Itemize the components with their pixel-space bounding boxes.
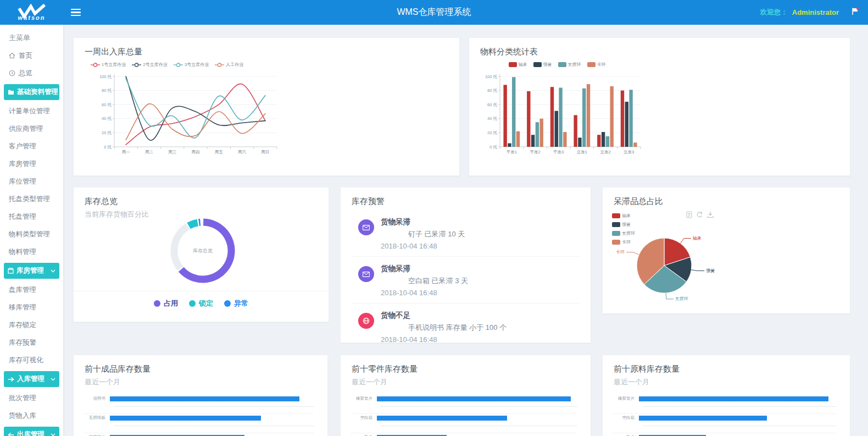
card-title: 前十原料库存数量 [603,355,850,374]
svg-text:80 托: 80 托 [102,88,112,93]
legend-item[interactable]: 异常 [224,299,248,308]
sidebar-item-18[interactable]: 库存可视化 [0,351,63,369]
alert-item: 货物呆滞空白箱 已呆滞 3 天2018-10-04 16:48 [352,257,580,303]
hbar-chart: 橡胶垫片空白箱彩卡说明书 [341,387,591,436]
sidebar-item-6[interactable]: 客户管理 [0,137,63,155]
card-subtitle: 最近一个月 [341,374,591,387]
legend-dot-icon [189,300,196,307]
chevron-down-icon [51,378,55,381]
sidebar-item-label: 盘库管理 [9,285,36,295]
legend-item[interactable]: 支撑环 [558,62,581,68]
hbar-track [377,416,577,421]
sidebar-item-16[interactable]: 库存锁定 [0,316,63,334]
menu-toggle-icon[interactable] [71,9,81,16]
hbar-row: 说明书 [84,395,314,402]
legend-item[interactable]: 1号立库作业 [91,62,126,68]
bar-chart: 0 托20 托40 托60 托80 托100 托平库1平库2平库3立库1立库2立… [476,70,652,167]
legend-label: 卡环 [597,62,606,68]
sidebar-item-7[interactable]: 库房管理 [0,155,63,173]
sidebar-item-label: 客户管理 [9,142,36,151]
hbar-track [377,396,577,401]
svg-text:100 托: 100 托 [99,74,112,79]
legend-item[interactable]: 人工作业 [215,62,243,68]
alert-title: 货物不足 [381,311,507,321]
sidebar-item-5[interactable]: 供应商管理 [0,120,63,137]
svg-text:周五: 周五 [215,150,224,154]
sidebar-group-22[interactable]: 出库管理 [4,427,59,436]
sidebar-item-label: 物料管理 [9,247,36,257]
card-stagnant-proportion: 呆滞品总占比 轴承弹簧支撑环卡环 轴承弹簧支撑环卡环 [602,187,850,314]
legend-item[interactable]: 2号立库作业 [132,62,167,68]
sidebar-item-15[interactable]: 移库管理 [0,299,63,316]
sidebar-group-13[interactable]: 库房管理 [4,263,59,279]
sidebar-group-label: 出库管理 [17,430,44,436]
sidebar-item-label: 托盘管理 [9,212,36,222]
legend-item[interactable]: 卡环 [587,62,606,68]
alert-list: 货物呆滞钉子 已呆滞 10 天2018-10-04 16:48货物呆滞空白箱 已… [341,207,591,343]
app-logo[interactable]: watson [0,0,63,25]
hbar-row: 瓦楞纸板 [84,414,314,422]
svg-text:60 托: 60 托 [487,102,497,107]
card-title: 库存总览 [74,187,329,207]
card-top10-raw: 前十原料库存数量 最近一个月 橡胶垫片空白箱彩卡说明书 [602,355,850,436]
alert-item: 货物不足手机说明书 库存量 小于 100 个2018-10-04 16:48 [352,303,580,343]
sidebar-item-label: 托盘类型管理 [9,195,50,204]
sidebar-group-19[interactable]: 入库管理 [4,371,59,387]
sidebar-item-1[interactable]: 首页 [0,47,63,64]
flag-icon[interactable] [851,7,859,18]
hbar-row: 彩卡 [613,433,836,436]
arrow-left-icon [8,432,14,436]
box-icon [8,268,14,274]
legend-item[interactable]: 锁定 [189,299,213,308]
sidebar-group-label: 入库管理 [17,374,44,384]
legend-label: 轴承 [519,62,527,68]
sidebar-item-10[interactable]: 托盘管理 [0,208,63,225]
hbar-row: 空白箱 [613,414,836,422]
sidebar-item-14[interactable]: 盘库管理 [0,281,63,299]
donut-chart: 库存总览 [74,214,329,293]
username[interactable]: Administrator [792,8,839,16]
line-marker-icon [174,63,183,67]
hbar-dotted-gridline [643,406,836,407]
hbar-label: 瓦楞纸板 [84,415,110,421]
svg-text:40 托: 40 托 [487,116,497,121]
svg-text:0 托: 0 托 [489,145,497,150]
card-title: 前十零件库存数量 [341,355,591,374]
svg-text:周二: 周二 [145,150,154,154]
card-inventory-overview: 库存总览 当前库存货物百分比 库存总览 占用锁定异常 [73,187,329,322]
chevron-down-icon [51,433,55,436]
hbar-label: 橡胶垫片 [613,396,639,401]
sidebar-item-11[interactable]: 物料类型管理 [0,225,63,243]
legend-label: 2号立库作业 [143,62,167,68]
sidebar-item-8[interactable]: 库位管理 [0,173,63,190]
sidebar-item-12[interactable]: 物料管理 [0,243,63,261]
legend-item[interactable]: 轴承 [509,62,527,68]
sidebar-item-17[interactable]: 库存预警 [0,334,63,351]
sidebar-item-4[interactable]: 计量单位管理 [0,102,63,120]
hbar-row: 空白箱 [350,414,577,422]
legend-item[interactable]: 占用 [154,299,178,308]
sidebar-group-label: 库房管理 [16,266,44,275]
svg-text:100 托: 100 托 [485,74,498,79]
sidebar-item-9[interactable]: 托盘类型管理 [0,190,63,208]
card-title: 前十成品库存数量 [74,355,327,374]
pie-chart: 轴承弹簧支撑环卡环 [603,215,850,314]
legend-dot-icon [224,300,231,307]
hbar-label: 说明书 [84,396,110,401]
alert-title: 货物呆滞 [381,217,465,227]
rect-marker-icon [558,62,566,67]
sidebar-item-2[interactable]: 总览 [0,64,63,82]
legend-label: 3号立库作业 [185,62,209,68]
hbar-track [110,396,314,401]
sidebar-item-21[interactable]: 货物入库 [0,407,63,424]
hbar-row: 橡胶垫片 [613,395,836,402]
line-marker-icon [91,63,100,67]
line-chart-legend: 1号立库作业2号立库作业3号立库作业人工作业 [74,62,260,68]
welcome-label: 欢迎您： [760,8,788,17]
legend-dot-icon [154,300,160,307]
sidebar-group-3[interactable]: 基础资料管理 [4,84,59,100]
legend-item[interactable]: 弹簧 [533,62,552,68]
legend-item[interactable]: 3号立库作业 [174,62,209,68]
sidebar-item-20[interactable]: 批次管理 [0,389,63,407]
svg-text:立库2: 立库2 [600,150,610,154]
